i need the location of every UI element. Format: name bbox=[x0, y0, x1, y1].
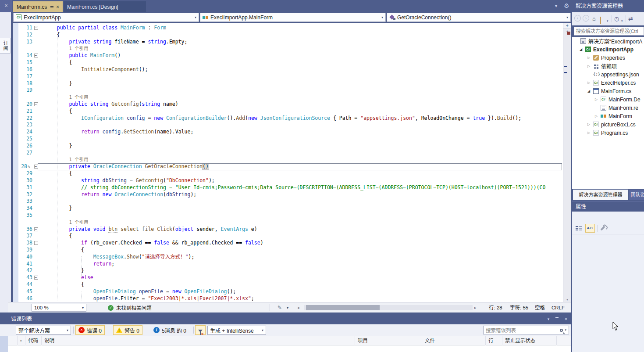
window-position-icon[interactable]: ▾ bbox=[545, 314, 552, 324]
fold-toggle[interactable]: − bbox=[32, 163, 39, 170]
tree-item-cs[interactable]: ▷Program.cs bbox=[572, 129, 644, 137]
close-icon[interactable]: × bbox=[562, 314, 569, 324]
forward-icon[interactable]: › bbox=[583, 15, 589, 22]
fold-toggle[interactable]: − bbox=[32, 274, 39, 281]
horizontal-scrollbar[interactable] bbox=[304, 305, 473, 310]
scroll-left-icon[interactable]: ◂ bbox=[297, 302, 299, 313]
column-blank[interactable] bbox=[8, 336, 18, 345]
column-code[interactable]: 代码 bbox=[25, 336, 42, 345]
close-icon[interactable]: × bbox=[56, 5, 59, 9]
chevron-collapsed-icon[interactable]: ▷ bbox=[587, 122, 593, 126]
column-description[interactable]: 说明 bbox=[42, 336, 355, 345]
chevron-collapsed-icon[interactable]: ▷ bbox=[587, 64, 593, 68]
property-pages-wrench-icon[interactable] bbox=[600, 226, 605, 230]
tree-item-json[interactable]: appsettings.json bbox=[572, 70, 644, 79]
code-editor[interactable]: 11− public partial class MainForm : Form… bbox=[13, 23, 571, 302]
pending-changes-clock-icon[interactable]: ◷ bbox=[614, 15, 619, 22]
scroll-right-icon[interactable]: ▸ bbox=[474, 302, 477, 313]
code-cleanup-icon[interactable]: ✎ bbox=[278, 302, 282, 313]
code-line-25[interactable]: 25 bbox=[13, 136, 563, 143]
tree-item-class[interactable]: ▷MainForm bbox=[572, 112, 644, 120]
code-line-19[interactable]: 19 bbox=[13, 87, 563, 94]
codelens-row[interactable]: 1 个引用 bbox=[13, 156, 563, 163]
chevron-collapsed-icon[interactable]: ▷ bbox=[587, 56, 593, 60]
code-line-38[interactable]: 38− if (rb_cover.Checked == false && rb_… bbox=[13, 240, 563, 247]
solution-explorer-search-input[interactable]: 搜索解决方案资源管理器(Ctrl bbox=[574, 27, 644, 36]
type-dropdown[interactable]: ExeclImportApp.MainForm ▾ bbox=[200, 13, 386, 22]
code-line-18[interactable]: 18 } bbox=[13, 80, 563, 87]
build-filter-dropdown[interactable]: 生成 + IntelliSense ▾ bbox=[207, 326, 266, 335]
code-line-42[interactable]: 42 } bbox=[13, 267, 563, 274]
code-line-12[interactable]: 12 { bbox=[13, 32, 563, 39]
code-line-40[interactable]: 40 MessageBox.Show("请选择导入方式！"); bbox=[13, 254, 563, 261]
code-line-39[interactable]: 39 { bbox=[13, 247, 563, 254]
code-line-11[interactable]: 11− public partial class MainForm : Form bbox=[13, 25, 563, 32]
code-line-45[interactable]: 45 OpenFileDialog openFile = new OpenFil… bbox=[13, 288, 563, 295]
tree-item-cs[interactable]: ▷MainForm.De bbox=[572, 95, 644, 104]
code-line-14[interactable]: 14− public MainForm() bbox=[13, 52, 563, 59]
vertical-scrollbar[interactable]: + ▴ ▾ bbox=[563, 23, 571, 302]
codelens-references[interactable]: 1 个引用 bbox=[69, 46, 88, 51]
tree-item-csproj[interactable]: ◢ExeclImportApp bbox=[572, 45, 644, 54]
tab-mainform-cs[interactable]: MainForm.cs × bbox=[13, 1, 63, 12]
codelens-references[interactable]: 1 个引用 bbox=[69, 157, 88, 162]
sync-with-active-document-icon[interactable]: ⇄ bbox=[628, 15, 633, 22]
pin-icon[interactable] bbox=[553, 314, 560, 324]
codelens-references[interactable]: 1 个引用 bbox=[69, 94, 88, 100]
tree-item-sol[interactable]: 解决方案“ExeclImportA bbox=[572, 37, 644, 45]
alphabetical-sort-icon[interactable]: AZ↓ bbox=[585, 224, 595, 233]
split-handle[interactable]: + bbox=[563, 23, 571, 29]
tab-mainform-cs-design[interactable]: MainForm.cs [Design] bbox=[64, 1, 146, 12]
column-project[interactable]: 项目 bbox=[355, 336, 422, 345]
code-line-24[interactable]: 24 return config.GetSection(name).Value; bbox=[13, 129, 563, 136]
column-line[interactable]: 行 bbox=[486, 336, 502, 345]
chevron-collapsed-icon[interactable]: ▷ bbox=[587, 131, 593, 135]
chevron-down-icon[interactable]: ▾ bbox=[621, 17, 623, 25]
error-list-search-input[interactable]: 搜索错误列表 ▾ bbox=[483, 326, 569, 334]
document-health-indicator[interactable]: ✓ 未找到相关问题 bbox=[108, 302, 152, 313]
corner-close-button[interactable]: × bbox=[0, 0, 12, 12]
project-dropdown[interactable]: ExeclImportApp ▾ bbox=[13, 13, 199, 22]
chevron-collapsed-icon[interactable]: ▷ bbox=[587, 81, 593, 85]
errors-toggle-button[interactable]: × 错误 0 bbox=[75, 325, 105, 335]
chevron-collapsed-icon[interactable]: ▷ bbox=[595, 97, 601, 101]
chevron-down-icon[interactable]: ▾ bbox=[607, 17, 608, 25]
tree-item-dep[interactable]: ▷依赖项 bbox=[572, 62, 644, 70]
code-line-30[interactable]: 30 string dbString = Getconfig("DbConnec… bbox=[13, 177, 563, 184]
messages-toggle-button[interactable]: i 5消息 的 0 bbox=[151, 325, 189, 335]
filter-button[interactable]: × bbox=[195, 325, 206, 335]
code-line-13[interactable]: 13 private string fileName = string.Empt… bbox=[13, 39, 563, 46]
code-line-15[interactable]: 15 { bbox=[13, 59, 563, 66]
code-line-32[interactable]: 32 return new OracleConnection(dbString)… bbox=[13, 191, 563, 198]
code-line-33[interactable]: 33 bbox=[13, 198, 563, 205]
fold-toggle[interactable]: − bbox=[32, 101, 39, 108]
tree-item-cs[interactable]: ▷pictureBox1.cs bbox=[572, 120, 644, 129]
chevron-collapsed-icon[interactable]: ▷ bbox=[595, 114, 601, 118]
code-line-17[interactable]: 17 bbox=[13, 73, 563, 80]
code-line-35[interactable]: 35 bbox=[13, 212, 563, 219]
chevron-down-icon[interactable]: ▾ bbox=[287, 302, 288, 313]
code-line-44[interactable]: 44 { bbox=[13, 281, 563, 288]
tree-item-form[interactable]: ◢MainForm.cs bbox=[572, 87, 644, 95]
tree-item-cs[interactable]: ▷ExeclHelper.cs bbox=[572, 79, 644, 87]
code-line-36[interactable]: 36− private void btn_select_file_Click(o… bbox=[13, 226, 563, 233]
column-suppression[interactable]: 禁止显示状态 bbox=[502, 336, 557, 345]
fold-toggle[interactable]: − bbox=[32, 226, 39, 233]
code-line-43[interactable]: 43− else bbox=[13, 274, 563, 281]
tab-team-explorer[interactable]: 团队资 bbox=[629, 190, 644, 200]
zoom-dropdown[interactable]: 100 % ▾ bbox=[32, 304, 86, 312]
codelens-row[interactable]: 1 个引用 bbox=[13, 94, 563, 101]
code-line-34[interactable]: 34 } bbox=[13, 205, 563, 212]
code-line-16[interactable]: 16 InitializeComponent(); bbox=[13, 66, 563, 73]
scope-dropdown[interactable]: 整个解决方案 ▾ bbox=[16, 326, 71, 335]
member-dropdown[interactable]: GetOracleConnection() ▾ bbox=[387, 13, 571, 22]
codelens-row[interactable]: 1 个引用 bbox=[13, 219, 563, 226]
tab-solution-explorer[interactable]: 解决方案资源管理器 bbox=[573, 190, 628, 200]
scroll-down-icon[interactable]: ▾ bbox=[563, 298, 571, 302]
back-icon[interactable]: ‹ bbox=[574, 15, 581, 22]
code-line-29[interactable]: 29 { bbox=[13, 170, 563, 177]
gear-icon[interactable]: ⚙ bbox=[564, 2, 569, 9]
fold-toggle[interactable]: − bbox=[32, 240, 39, 247]
code-line-21[interactable]: 21 { bbox=[13, 108, 563, 115]
home-icon[interactable]: ⌂ bbox=[592, 15, 596, 22]
